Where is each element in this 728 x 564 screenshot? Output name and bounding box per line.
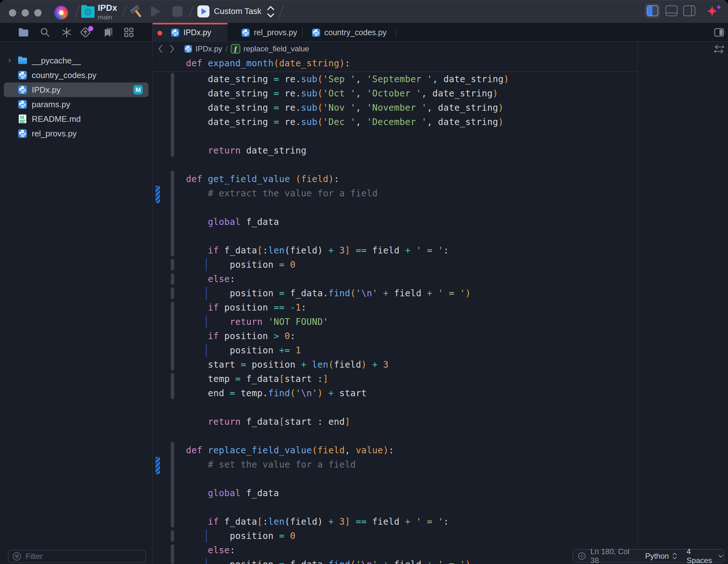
code-line[interactable]: # extract the value for a field — [186, 186, 378, 201]
run-config-chevrons-icon[interactable] — [267, 5, 275, 18]
code-line[interactable]: else: — [186, 543, 235, 557]
tree-item-rel-provs[interactable]: rel_provs.py — [4, 126, 149, 141]
tree-item-params[interactable]: params.py — [4, 97, 149, 112]
caret-position[interactable]: Ln 180, Col 38 — [591, 547, 634, 564]
tab-separator — [302, 29, 303, 37]
indent-guide — [206, 344, 207, 357]
code-line[interactable]: start = position + len(field) + 3 — [186, 357, 389, 372]
bookmarks-tool-button[interactable] — [101, 23, 116, 42]
code-line[interactable]: else: — [186, 272, 235, 286]
vcs-change-marker[interactable] — [156, 186, 160, 203]
breadcrumb-file[interactable]: IPDx.py — [195, 44, 222, 53]
titlebar-separator — [189, 5, 194, 18]
tab-label: IPDx.py — [183, 28, 211, 37]
code-line[interactable]: position = 0 — [186, 258, 295, 272]
ai-sparkle-icon[interactable] — [705, 3, 723, 20]
python-file-icon — [18, 85, 27, 95]
code-line[interactable]: return 'NOT FOUND' — [186, 315, 328, 329]
fold-capsule[interactable] — [171, 442, 174, 527]
fleet-app-icon — [55, 6, 68, 19]
code-line[interactable]: return f_data[start : end] — [186, 415, 350, 429]
language-chevrons-icon[interactable] — [672, 552, 677, 561]
code-line[interactable]: date_string = re.sub('Oct ', 'October ',… — [186, 86, 498, 101]
widgets-tool-button[interactable] — [121, 23, 136, 42]
code-line[interactable]: # set the value for a field — [186, 457, 356, 472]
fold-capsule[interactable] — [171, 544, 174, 564]
commit-tool-button[interactable] — [79, 23, 95, 42]
tree-item-ipdx-selected[interactable]: IPDx.py M — [4, 83, 149, 97]
breadcrumb: IPDx.py / f replace_field_value — [152, 42, 728, 56]
window-minimize-button[interactable] — [22, 9, 29, 17]
window-zoom-button[interactable] — [34, 9, 42, 17]
code-line[interactable]: if f_data[:len(field) + 3] == field + ' … — [186, 243, 449, 258]
breadcrumb-symbol[interactable]: replace_field_value — [243, 44, 309, 53]
code-area[interactable]: date_string = re.sub('Sep ', 'September … — [152, 72, 637, 564]
toggle-bottom-panel-button[interactable] — [665, 5, 678, 16]
code-line[interactable]: position = 0 — [186, 529, 295, 543]
fold-capsule[interactable] — [171, 73, 174, 157]
code-line[interactable]: if position == -1: — [186, 300, 307, 315]
run-config-icon[interactable] — [197, 5, 209, 17]
tree-item-label: IPDx.py — [32, 85, 61, 95]
sticky-code-line: def expand_month(date_string): — [186, 58, 350, 69]
fold-capsule[interactable] — [171, 259, 174, 271]
fold-capsule[interactable] — [171, 530, 174, 542]
navigate-back-icon[interactable] — [157, 44, 164, 54]
git-branch-label[interactable]: main — [98, 13, 112, 21]
split-editor-icon[interactable] — [714, 28, 724, 37]
indent-chevron-icon[interactable] — [718, 553, 724, 559]
titlebar-separator — [122, 5, 127, 18]
python-file-icon — [184, 45, 192, 53]
tab-ipdx[interactable]: IPDx.py — [152, 23, 228, 42]
code-line[interactable]: end = temp.find('\n') + start — [186, 386, 367, 400]
tree-item-country-codes[interactable]: country_codes.py — [4, 68, 149, 83]
tree-item-readme[interactable]: M README.md — [4, 112, 149, 126]
code-line[interactable]: position = f_data.find('\n' + field + ' … — [186, 557, 471, 564]
swap-navigation-icon[interactable] — [713, 44, 725, 54]
code-line[interactable]: date_string = re.sub('Dec ', 'December '… — [186, 115, 504, 129]
code-line[interactable]: position = f_data.find('\n' + field + ' … — [186, 286, 471, 300]
code-line[interactable]: date_string = re.sub('Sep ', 'September … — [186, 72, 509, 86]
search-tool-button[interactable] — [37, 23, 53, 42]
python-file-icon — [241, 28, 250, 37]
code-line[interactable]: global f_data — [186, 486, 279, 500]
stop-button[interactable] — [172, 6, 182, 17]
python-file-icon — [171, 28, 180, 37]
caret-position-icon — [578, 551, 586, 561]
build-hammer-icon[interactable] — [128, 4, 144, 20]
tree-item-label: rel_provs.py — [32, 129, 77, 139]
tree-item-label: __pycache__ — [32, 56, 81, 66]
markdown-file-icon: M — [18, 114, 27, 124]
navigate-forward-icon[interactable] — [169, 44, 175, 54]
tree-item-pycache[interactable]: › __pycache__ — [4, 53, 149, 68]
toggle-left-panel-button[interactable] — [645, 3, 660, 18]
run-button[interactable] — [151, 6, 161, 17]
fold-capsule[interactable] — [171, 373, 174, 399]
fold-capsule[interactable] — [171, 171, 174, 256]
run-config-selector[interactable]: Custom Task — [214, 6, 261, 16]
code-line[interactable]: global f_data — [186, 215, 279, 229]
folder-icon — [18, 56, 27, 65]
toggle-right-panel-button[interactable] — [683, 5, 695, 16]
code-line[interactable]: position += 1 — [186, 343, 301, 357]
editor-right-divider — [637, 42, 638, 564]
chevron-right-icon[interactable]: › — [8, 55, 11, 65]
code-line[interactable]: if position > 0: — [186, 329, 295, 343]
code-line[interactable]: temp = f_data[start :] — [186, 372, 328, 386]
fold-capsule[interactable] — [171, 302, 174, 370]
code-line[interactable]: if f_data[:len(field) + 3] == field + ' … — [186, 514, 449, 529]
active-tab-indicator — [152, 23, 228, 24]
asterisk-tool-button[interactable] — [59, 23, 74, 42]
files-tool-button[interactable] — [16, 23, 31, 42]
indent-selector[interactable]: 4 Spaces — [687, 547, 715, 564]
window-close-button[interactable] — [9, 9, 16, 17]
filter-input[interactable]: Filter — [8, 550, 146, 563]
fold-capsule[interactable] — [171, 273, 174, 285]
code-line[interactable]: return date_string — [186, 143, 307, 158]
vcs-change-marker[interactable] — [156, 457, 160, 474]
code-line[interactable]: def replace_field_value(field, value): — [186, 443, 394, 457]
fold-capsule[interactable] — [171, 287, 174, 299]
code-line[interactable]: def get_field_value (field): — [186, 172, 339, 186]
code-line[interactable]: date_string = re.sub('Nov ', 'November '… — [186, 101, 504, 115]
language-selector[interactable]: Python — [645, 552, 669, 561]
